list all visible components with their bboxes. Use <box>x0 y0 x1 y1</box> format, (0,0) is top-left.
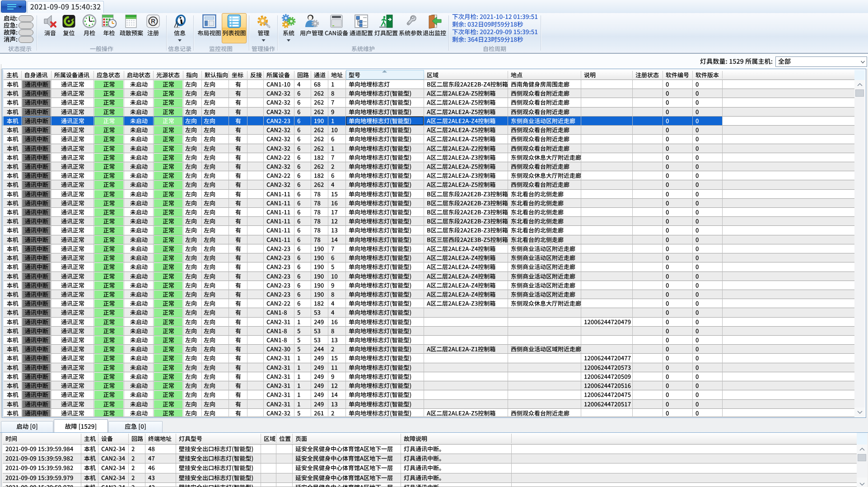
svg-text:R: R <box>151 18 155 25</box>
